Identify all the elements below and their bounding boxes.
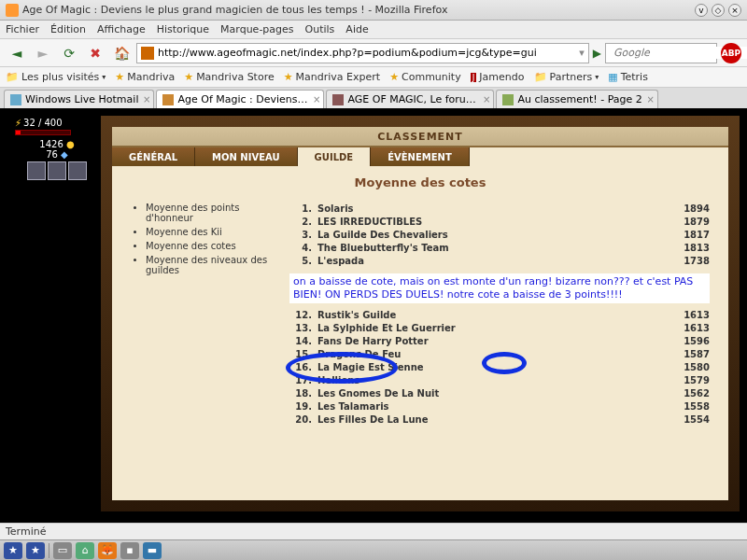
bookmark-tetris[interactable]: ▦Tetris: [608, 71, 648, 83]
ranking-row[interactable]: 12.Rustik's Guilde1613: [289, 309, 710, 322]
ranking-list: 1.Solaris18942.LES IRREDUCTIBLES18793.La…: [289, 203, 710, 427]
close-icon[interactable]: ×: [143, 94, 150, 105]
menu-bar: Fichier Édition Affichage Historique Mar…: [0, 21, 747, 39]
tab-evenement[interactable]: ÉVÈNEMENT: [371, 147, 470, 166]
window-titlebar: Age Of Magic : Deviens le plus grand mag…: [0, 0, 747, 21]
stop-button[interactable]: ✖: [84, 42, 106, 64]
menu-file[interactable]: Fichier: [6, 23, 39, 35]
panel-header: CLASSEMENT: [112, 127, 728, 147]
bookmark-community[interactable]: ★Community: [389, 71, 461, 83]
taskbar-app[interactable]: ▬: [143, 542, 162, 559]
bookmark-mandriva[interactable]: ★Mandriva: [115, 71, 175, 83]
adblock-icon[interactable]: ABP: [721, 43, 741, 63]
status-bar: Terminé: [0, 523, 747, 539]
maximize-button[interactable]: ◇: [712, 4, 725, 17]
firefox-icon: [6, 4, 19, 17]
taskbar-star-1[interactable]: ★: [4, 542, 22, 559]
bookmark-partners[interactable]: 📁Partners▾: [534, 71, 599, 83]
crystal-value: 76: [46, 149, 58, 160]
ranking-row[interactable]: 13.La Sylphide Et Le Guerrier1613: [289, 322, 710, 335]
tab-classement[interactable]: Au classement! - Page 2×: [496, 90, 657, 108]
taskbar-star-2[interactable]: ★: [26, 542, 45, 559]
ranking-row[interactable]: 2.LES IRREDUCTIBLES1879: [289, 216, 710, 229]
ranking-row[interactable]: 18.Les Gnomes De La Nuit1562: [289, 387, 710, 400]
mana-value: 32 / 400: [23, 118, 63, 128]
tab-general[interactable]: GÉNÉRAL: [112, 147, 195, 166]
close-icon[interactable]: ×: [313, 94, 320, 105]
navigation-toolbar: ◄ ► ⟳ ✖ 🏠 ▾ ▶ ABP: [0, 39, 747, 67]
ranking-row[interactable]: 17.Hellions1579: [289, 374, 710, 387]
ranking-row[interactable]: 5.L'espada1738: [289, 255, 710, 268]
url-bar[interactable]: ▾: [136, 43, 589, 63]
taskbar-terminal[interactable]: ▪: [120, 542, 139, 559]
menu-bookmarks[interactable]: Marque-pages: [220, 23, 293, 35]
ranking-row[interactable]: 19.Les Talamaris1558: [289, 400, 710, 413]
menu-view[interactable]: Affichage: [97, 23, 146, 35]
tab-guilde[interactable]: GUILDE: [298, 147, 372, 166]
go-button[interactable]: ▶: [593, 47, 601, 60]
ranking-side-menu: Moyenne des points d'honneur Moyenne des…: [131, 203, 271, 427]
ranking-panel: CLASSEMENT GÉNÉRAL MON NIVEAU GUILDE ÉVÈ…: [101, 116, 740, 511]
tab-strip: Windows Live Hotmail× Age Of Magic : Dev…: [0, 88, 747, 108]
ranking-row[interactable]: 15.Dragons De Feu1587: [289, 348, 710, 361]
badge-2[interactable]: [48, 161, 66, 180]
ranking-row[interactable]: 1.Solaris1894: [289, 203, 710, 216]
close-button[interactable]: ×: [728, 4, 741, 17]
tab-ageofmagic[interactable]: Age Of Magic : Deviens le ...×: [156, 90, 324, 108]
minimize-button[interactable]: v: [695, 4, 708, 17]
bookmark-most-visited[interactable]: 📁Les plus visités▾: [6, 71, 106, 83]
gold-value: 1426: [39, 139, 63, 149]
search-bar[interactable]: [605, 43, 717, 63]
sidemenu-niveaux[interactable]: Moyenne des niveaux des guildes: [146, 255, 271, 275]
taskbar-firefox[interactable]: 🦊: [98, 542, 117, 559]
tab-mon-niveau[interactable]: MON NIVEAU: [195, 147, 298, 166]
reload-button[interactable]: ⟳: [58, 42, 80, 64]
close-icon[interactable]: ×: [483, 94, 490, 105]
taskbar-home[interactable]: ⌂: [76, 542, 94, 559]
bookmark-mandriva-store[interactable]: ★Mandriva Store: [184, 71, 274, 83]
menu-history[interactable]: Historique: [157, 23, 209, 35]
window-title: Age Of Magic : Deviens le plus grand mag…: [22, 4, 695, 16]
sidemenu-kii[interactable]: Moyenne des Kii: [146, 227, 271, 237]
taskbar-desktop[interactable]: ▭: [53, 542, 72, 559]
bookmarks-bar: 📁Les plus visités▾ ★Mandriva ★Mandriva S…: [0, 67, 747, 88]
url-input[interactable]: [158, 47, 579, 59]
sidemenu-honneur[interactable]: Moyenne des points d'honneur: [146, 203, 271, 223]
os-taskbar: ★ ★ ▭ ⌂ 🦊 ▪ ▬: [0, 539, 747, 560]
badge-1[interactable]: [27, 161, 46, 180]
ranking-tabs: GÉNÉRAL MON NIVEAU GUILDE ÉVÈNEMENT: [112, 147, 728, 166]
page-content: ⚡32 / 400 1426 ● 76 ◆ CLASSEMENT GÉNÉRAL…: [0, 108, 747, 523]
back-button[interactable]: ◄: [6, 42, 28, 64]
ranking-row[interactable]: 3.La Guilde Des Chevaliers1817: [289, 229, 710, 242]
bookmark-mandriva-expert[interactable]: ★Mandriva Expert: [284, 71, 380, 83]
menu-edit[interactable]: Édition: [50, 23, 86, 35]
bookmark-jamendo[interactable]: JJamendo: [471, 71, 525, 83]
site-favicon: [141, 47, 154, 60]
panel-title: Moyenne des cotes: [131, 175, 710, 189]
ranking-row[interactable]: 20.Les Filles De La Lune1554: [289, 413, 710, 427]
status-text: Terminé: [6, 525, 46, 538]
menu-help[interactable]: Aide: [345, 23, 368, 35]
badge-3[interactable]: [68, 161, 87, 180]
menu-tools[interactable]: Outils: [305, 23, 335, 35]
user-annotation: on a baisse de cote, mais on est monte d…: [289, 273, 710, 303]
ranking-row[interactable]: 4.The Bluebutterfly's Team1813: [289, 242, 710, 255]
ranking-row[interactable]: 14.Fans De Harry Potter1596: [289, 335, 710, 348]
forward-button[interactable]: ►: [32, 42, 54, 64]
player-stats: ⚡32 / 400 1426 ● 76 ◆: [15, 118, 99, 180]
tab-forum[interactable]: AGE OF MAGIC, Le forum o...×: [326, 90, 494, 108]
home-button[interactable]: 🏠: [110, 42, 133, 64]
close-icon[interactable]: ×: [646, 94, 654, 105]
sidemenu-cotes[interactable]: Moyenne des cotes: [146, 241, 271, 251]
tab-hotmail[interactable]: Windows Live Hotmail×: [4, 90, 154, 108]
ranking-row[interactable]: 16.La Magie Est Sienne1580: [289, 361, 710, 374]
